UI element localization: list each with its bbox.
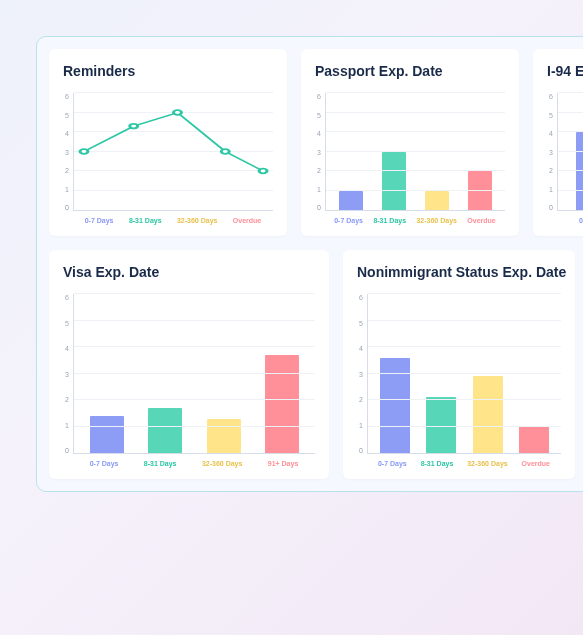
chart-visa: 6543210	[63, 294, 315, 454]
bar-91plus	[265, 355, 299, 453]
svg-point-2	[174, 110, 182, 115]
svg-point-4	[259, 169, 267, 174]
svg-point-3	[221, 149, 229, 154]
bar-8-31	[148, 408, 182, 453]
plot-area	[367, 294, 561, 454]
plot-area	[73, 93, 273, 211]
chart-i94: 6543210	[547, 93, 583, 211]
x-labels: 0-7 Days 8-31 Days 32-360 Days Overdue	[73, 211, 273, 224]
bar-32-360	[425, 191, 449, 211]
card-i94: I-94 Exp. Date 6543210 0-7 Days	[533, 49, 583, 236]
card-title: Visa Exp. Date	[63, 264, 315, 280]
x-labels: 0-7 Days 8-31 Days 32-360 Days Overdue	[325, 211, 505, 224]
card-title: Nonimmigrant Status Exp. Date	[357, 264, 561, 280]
plot-area	[557, 93, 583, 211]
plot-area	[325, 93, 505, 211]
chart-passport: 6543210	[315, 93, 505, 211]
bars	[368, 294, 561, 453]
chart-reminders: 6 5 4 3 2 1 0	[63, 93, 273, 211]
y-axis-labels: 6543210	[545, 93, 553, 211]
bar-32-360	[473, 376, 503, 453]
chart-nonimmigrant: 6543210	[357, 294, 561, 454]
x-labels: 0-7 Days 8-31 Days 32-360 Days 91+ Days	[73, 454, 315, 467]
card-title: Passport Exp. Date	[315, 63, 505, 79]
y-axis-labels: 6543210	[355, 294, 363, 454]
y-axis-labels: 6 5 4 3 2 1 0	[61, 93, 69, 211]
bar-8-31	[382, 152, 406, 211]
y-axis-labels: 6543210	[313, 93, 321, 211]
row-2: Visa Exp. Date 6543210 0-7 Days	[49, 250, 583, 479]
bar-0-7	[339, 191, 363, 211]
card-nonimmigrant: Nonimmigrant Status Exp. Date 6543210 0-	[343, 250, 575, 479]
dashboard-panel: Reminders 6 5 4 3 2 1 0	[36, 36, 583, 492]
svg-point-1	[130, 124, 138, 129]
x-labels: 0-7 Days 8-31 Days 32-360 Days Overdue	[367, 454, 561, 467]
card-title: I-94 Exp. Date	[547, 63, 583, 79]
bar-overdue	[519, 426, 549, 453]
x-labels: 0-7 Days	[557, 211, 583, 224]
line-points	[74, 93, 273, 210]
row-1: Reminders 6 5 4 3 2 1 0	[49, 49, 583, 236]
card-title: Reminders	[63, 63, 273, 79]
card-passport: Passport Exp. Date 6543210 0-7 Days	[301, 49, 519, 236]
bar-0-7	[90, 416, 124, 453]
bar-32-360	[207, 419, 241, 454]
bars	[74, 294, 315, 453]
svg-point-0	[80, 149, 88, 154]
card-visa: Visa Exp. Date 6543210 0-7 Days	[49, 250, 329, 479]
y-axis-labels: 6543210	[61, 294, 69, 454]
plot-area	[73, 294, 315, 454]
bar-overdue	[468, 171, 492, 210]
card-reminders: Reminders 6 5 4 3 2 1 0	[49, 49, 287, 236]
